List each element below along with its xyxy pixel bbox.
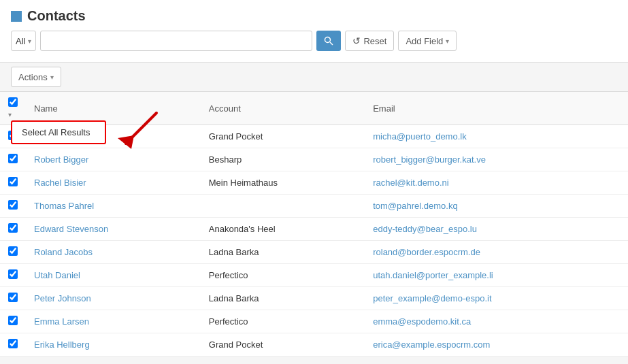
table-row: Rachel BisierMein Heimathausrachel@kit.d… [0,171,628,195]
contact-email: peter_example@demo-espo.it [373,293,491,303]
contact-name-link[interactable]: Rachel Bisier [34,178,86,188]
reset-label: Reset [363,36,386,46]
table-row: Robert BiggerBesharprobert_bigger@burger… [0,148,628,171]
contact-email: eddy-teddy@bear_espo.lu [373,224,477,234]
row-checkbox-cell [0,310,26,333]
search-icon [324,36,333,46]
title-text: Contacts [27,8,86,24]
row-checkbox-cell [0,241,26,264]
row-account: Anakonda's Heel [201,218,365,241]
row-checkbox-cell [0,218,26,241]
table-body: Michael BisierGrand Pocketmicha@puerto_d… [0,125,628,357]
select-all-dropdown: Select All Results [11,120,106,144]
row-name: Robert Bigger [26,148,201,171]
contact-name-link[interactable]: Erika Hellberg [34,340,90,350]
table-row: Thomas Pahreltom@pahrel.demo.kq [0,195,628,218]
row-account: Ladna Barka [201,287,365,310]
actions-chevron-icon: ▾ [50,73,54,81]
contact-email: rachel@kit.demo.ni [373,178,448,188]
actions-button[interactable]: Actions ▾ [11,67,61,87]
row-account: Mein Heimathaus [201,171,365,195]
contact-email: robert_bigger@burger.kat.ve [373,154,486,165]
row-checkbox[interactable] [8,293,18,302]
filter-select[interactable]: All ▾ [11,31,36,51]
contact-email: roland@border.espocrm.de [373,247,480,257]
table-container: Select All Results ▾ Name Account Email … [0,92,628,357]
row-name: Roland Jacobs [26,241,201,264]
row-email: rachel@kit.demo.ni [365,171,628,195]
table-row: Peter JohnsonLadna Barkapeter_example@de… [0,287,628,310]
row-name: Peter Johnson [26,287,201,310]
row-name: Erika Hellberg [26,333,201,357]
row-email: tom@pahrel.demo.kq [365,195,628,218]
row-checkbox[interactable] [8,269,18,279]
contact-email: utah.daniel@porter_example.li [373,270,493,280]
reset-icon: ↺ [352,35,361,46]
row-name: Thomas Pahrel [26,195,201,218]
actions-bar: Actions ▾ [0,63,628,92]
row-email: erica@example.espocrm.com [365,333,628,357]
table-row: Roland JacobsLadna Barkaroland@border.es… [0,241,628,264]
row-email: robert_bigger@burger.kat.ve [365,148,628,171]
svg-point-0 [325,37,331,43]
search-button[interactable] [316,31,341,51]
row-checkbox[interactable] [8,316,18,325]
table-row: Erika HellbergGrand Pocketerica@example.… [0,333,628,357]
contact-name-link[interactable]: Robert Bigger [34,154,88,165]
row-checkbox-cell [0,195,26,218]
row-account: Besharp [201,148,365,171]
contact-email: erica@example.espocrm.com [373,340,490,350]
table-row: Emma LarsenPerfecticoemma@espodemo.kit.c… [0,310,628,333]
row-account: Perfectico [201,310,365,333]
add-field-button[interactable]: Add Field ▾ [398,31,457,51]
row-account: Ladna Barka [201,241,365,264]
contact-name-link[interactable]: Edward Stevenson [34,224,108,234]
row-email: utah.daniel@porter_example.li [365,264,628,287]
contact-name-link[interactable]: Utah Daniel [34,270,80,280]
row-name: Rachel Bisier [26,171,201,195]
row-checkbox-cell [0,333,26,357]
row-checkbox[interactable] [8,246,18,256]
row-checkbox-cell [0,287,26,310]
header-chevron-icon[interactable]: ▾ [8,111,12,118]
row-checkbox-cell [0,148,26,171]
row-name: Edward Stevenson [26,218,201,241]
row-account: Grand Pocket [201,125,365,148]
actions-label: Actions [18,72,48,82]
row-checkbox[interactable] [8,223,18,233]
contact-email: emma@espodemo.kit.ca [373,316,471,327]
contact-name-link[interactable]: Emma Larsen [34,316,89,327]
select-all-checkbox[interactable] [8,97,18,107]
row-checkbox[interactable] [8,339,18,348]
row-account: Grand Pocket [201,333,365,357]
page-title: Contacts [11,8,617,24]
header-email: Email [365,92,628,125]
row-email: micha@puerto_demo.lk [365,125,628,148]
table-row: Utah DanielPerfecticoutah.daniel@porter_… [0,264,628,287]
contact-name-link[interactable]: Roland Jacobs [34,247,93,257]
row-name: Utah Daniel [26,264,201,287]
row-checkbox[interactable] [8,154,18,163]
row-email: roland@border.espocrm.de [365,241,628,264]
row-name: Emma Larsen [26,310,201,333]
row-checkbox-cell [0,264,26,287]
contact-name-link[interactable]: Thomas Pahrel [34,201,94,211]
add-field-chevron-icon: ▾ [446,37,449,45]
reset-button[interactable]: ↺ Reset [345,31,394,51]
filter-chevron-icon: ▾ [28,37,31,45]
contact-name-link[interactable]: Peter Johnson [34,293,91,303]
select-all-results-item[interactable]: Select All Results [12,122,105,143]
filter-label: All [16,36,25,46]
row-email: peter_example@demo-espo.it [365,287,628,310]
row-email: eddy-teddy@bear_espo.lu [365,218,628,241]
row-email: emma@espodemo.kit.ca [365,310,628,333]
search-input[interactable] [40,31,312,51]
contacts-icon [11,11,22,22]
row-checkbox[interactable] [8,200,18,210]
row-account [201,195,365,218]
row-checkbox[interactable] [8,177,18,186]
contact-email: tom@pahrel.demo.kq [373,201,457,211]
add-field-label: Add Field [406,36,443,46]
header-account: Account [201,92,365,125]
contact-email: micha@puerto_demo.lk [373,131,466,142]
